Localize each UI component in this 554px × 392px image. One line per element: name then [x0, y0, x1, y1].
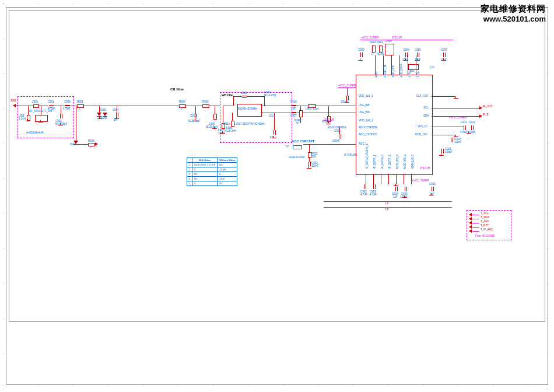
gnd-l901	[26, 121, 30, 124]
wire-top-4	[399, 55, 400, 75]
wire-wb-out-n	[261, 113, 291, 113]
wire-bot-2	[373, 174, 374, 184]
c916-val: 1nF	[291, 107, 296, 110]
tp-rail-2-lbl: T.P	[385, 208, 389, 211]
wire-vcc-left-2	[347, 88, 348, 96]
gnd-c933	[429, 195, 434, 198]
c933	[432, 187, 434, 191]
c919-val: 100nF	[454, 141, 462, 144]
gnd-c903	[358, 60, 363, 64]
wire-wb-out-p	[261, 106, 291, 106]
wire-cb-1	[185, 106, 202, 106]
sheet-border-inner	[9, 10, 545, 322]
r901	[77, 104, 84, 108]
wire-lnap	[353, 106, 356, 106]
c910-ref: C910	[190, 114, 197, 117]
bus-p3: T_AGC	[481, 220, 489, 223]
c907	[443, 52, 446, 57]
vdd1v8-bot: VDD1V8	[420, 167, 430, 170]
c933-ref: C933	[429, 183, 436, 186]
wire-c909-stub	[215, 106, 215, 114]
wire-vddio	[432, 127, 464, 127]
ruler-top	[3, 4, 551, 7]
r905-ref: R905	[202, 100, 209, 103]
bus-p5-port	[469, 229, 472, 233]
tp-rail-1-lbl: T.P	[385, 202, 389, 205]
c918-ref: C918	[334, 130, 341, 132]
c921	[441, 149, 444, 153]
bus-p3-port	[469, 221, 472, 225]
wire-clkout	[432, 96, 455, 97]
c918-val: 100nF	[332, 139, 340, 142]
gnd-c904	[114, 118, 119, 122]
wire-c908-1	[233, 96, 234, 106]
pin-if-outn-1: IF_OUTN_DVOPO_1	[366, 144, 369, 169]
wire-r912-stub	[309, 144, 310, 152]
bus-s1	[472, 215, 479, 215]
agc-tp	[293, 145, 302, 149]
watermark-url: www.520101.com	[481, 15, 546, 23]
bus-s3	[472, 223, 479, 223]
pin-add-data: ADD_DATA	[400, 64, 403, 77]
gnd-c910	[193, 121, 198, 124]
r902-val: 0	[371, 52, 373, 55]
r912-val: 10K	[311, 155, 316, 158]
r901-val: 0	[79, 107, 80, 110]
c904-ref: C904	[113, 108, 119, 111]
wire-bot-4	[388, 174, 389, 184]
c908	[242, 96, 247, 98]
wire-c902-stub	[61, 106, 61, 114]
wire-top-6	[416, 55, 416, 75]
c932-val: 100nF	[311, 164, 319, 167]
ic-ref: U_MXL601	[344, 153, 357, 156]
u902-saw	[237, 104, 262, 117]
cb-filter-title: CB filter	[170, 88, 184, 91]
bus-p2-port	[469, 217, 472, 220]
r903	[379, 46, 383, 52]
pin-xgoodsense: XGOODSENSE	[359, 126, 377, 129]
gnd-c907	[441, 60, 446, 64]
wb-filter-block	[220, 92, 292, 143]
wire-top-rail	[360, 40, 453, 40]
wire-top-2	[383, 55, 384, 75]
watermark-title: 家电维修资料网	[481, 4, 546, 15]
pin-mod-ms0: MOD_MS_0	[396, 155, 399, 169]
vdd1v8-top: VDD1V8	[392, 36, 402, 39]
c921-val: 100nF	[445, 150, 453, 153]
pin-vdd-io: VDD_IO	[418, 125, 427, 128]
gnd-c925	[402, 197, 407, 201]
c924	[395, 187, 398, 191]
vcc-tuner-bot: +VCC_TUNER	[412, 179, 429, 182]
xgoodsense-text: XGOODSENSE	[328, 126, 346, 129]
pin-if-outp-1: IF_OUTP_1	[373, 155, 376, 169]
c932	[308, 162, 311, 166]
r919-out-port	[95, 142, 98, 146]
wire-cpl-p2	[315, 106, 356, 106]
wire-rfin-1	[16, 106, 33, 106]
r905	[202, 104, 209, 108]
wire-c910-stub	[195, 106, 196, 114]
bus-p1: T_SCL	[481, 212, 489, 215]
c912-ref: C912	[461, 121, 467, 124]
od-node: OD	[430, 66, 434, 69]
wire-c908-3	[247, 96, 264, 97]
wire-gnddig	[432, 135, 455, 135]
l909-ref: L909	[306, 107, 311, 110]
wire-r919-1	[78, 144, 88, 145]
rf-input-port-label: J901	[10, 99, 16, 102]
pin-add-lck: ADD_LCK	[392, 65, 395, 78]
pin-vdd1p8-1: VDD_1p8_1	[359, 119, 373, 122]
bead-z901-ref: Z901	[32, 100, 38, 103]
wire-top-3	[391, 55, 392, 75]
vcc-tuner-top: +VCC_TUNER	[361, 36, 378, 39]
c922-val: 4.7nF	[360, 193, 367, 196]
wb-filter-title: WB filter	[222, 93, 234, 97]
tp-rail-1	[324, 201, 452, 202]
r908-val: 75	[296, 122, 299, 125]
ruler-bottom	[3, 385, 551, 388]
c918	[339, 134, 341, 139]
pin-lna-inn: LNA_INN	[359, 111, 370, 114]
wire-agc-i	[303, 144, 356, 145]
c902	[60, 114, 62, 118]
tp-rail-2	[324, 207, 452, 208]
